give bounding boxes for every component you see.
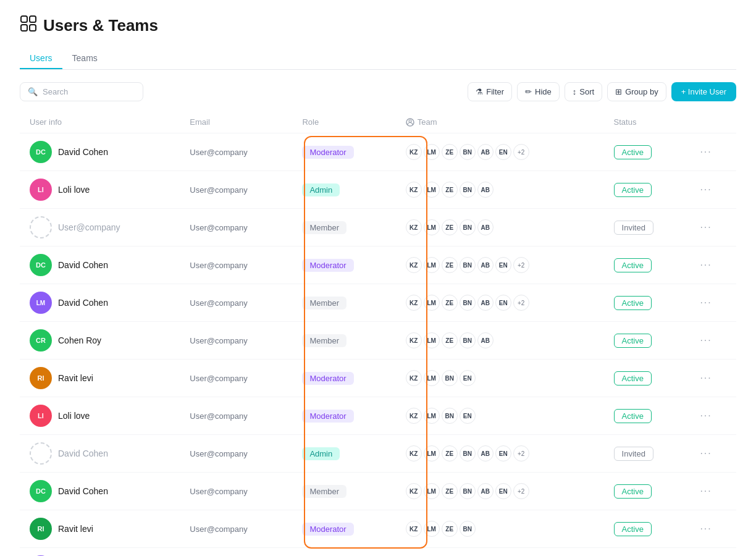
user-name: David Cohen bbox=[58, 298, 108, 308]
team-tag: ZE bbox=[442, 445, 458, 461]
team-more: +2 bbox=[513, 257, 529, 273]
search-box[interactable]: 🔍 Search bbox=[20, 82, 143, 101]
tabs-bar: Users Teams bbox=[20, 48, 736, 70]
user-status: Active bbox=[604, 322, 691, 360]
table-row: LlLoli loveUser@companyAdminKZLMZEBNABAc… bbox=[20, 171, 736, 209]
table-row: DCDavid CohenUser@companyModeratorKZLMZE… bbox=[20, 246, 736, 284]
row-actions[interactable]: ··· bbox=[690, 548, 736, 557]
col-header-actions bbox=[690, 111, 736, 133]
user-info-cell: DCDavid Cohen bbox=[20, 133, 180, 171]
hide-button[interactable]: ✏ Hide bbox=[517, 82, 560, 101]
row-actions[interactable]: ··· bbox=[690, 171, 736, 209]
filter-button[interactable]: ⚗ Filter bbox=[468, 82, 512, 101]
user-info-cell: LMDavid Cohen bbox=[20, 284, 180, 322]
team-tag: AB bbox=[477, 219, 494, 235]
user-name: David Cohen bbox=[58, 449, 108, 458]
team-tag: EN bbox=[495, 483, 511, 499]
tab-teams[interactable]: Teams bbox=[62, 48, 107, 69]
page-header: Users & Teams bbox=[20, 15, 736, 36]
svg-point-5 bbox=[409, 120, 411, 122]
team-tags: KZLMZEBNABEN+2 bbox=[406, 295, 594, 311]
row-actions[interactable]: ··· bbox=[690, 284, 736, 322]
user-name: Cohen Roy bbox=[58, 335, 101, 345]
user-status: Active bbox=[604, 133, 691, 171]
avatar bbox=[30, 216, 52, 238]
team-tags: KZLMZEBNABEN+2 bbox=[406, 144, 594, 160]
tab-users[interactable]: Users bbox=[20, 48, 62, 69]
svg-rect-0 bbox=[21, 16, 27, 22]
search-placeholder: Search bbox=[43, 87, 68, 96]
avatar bbox=[30, 442, 52, 465]
row-actions[interactable]: ··· bbox=[690, 510, 736, 548]
user-email: User@company bbox=[180, 548, 292, 557]
team-tag: BN bbox=[460, 521, 476, 537]
user-status: Active bbox=[604, 246, 691, 284]
avatar: CR bbox=[30, 329, 52, 352]
col-header-team: Team bbox=[396, 111, 604, 133]
invite-user-button[interactable]: + Invite User bbox=[671, 82, 736, 101]
col-header-user-info: User info bbox=[20, 111, 180, 133]
team-more: +2 bbox=[513, 295, 529, 311]
users-teams-icon bbox=[20, 15, 37, 36]
table-row: DCDavid CohenUser@companyMemberKZLMZEBNA… bbox=[20, 473, 736, 510]
user-teams: KZLMZEBNABEN+2 bbox=[396, 133, 604, 171]
team-tag: BN bbox=[460, 182, 476, 198]
avatar: Rl bbox=[30, 367, 52, 389]
group-by-button[interactable]: ⊞ Group by bbox=[607, 82, 666, 101]
avatar: LM bbox=[30, 292, 52, 314]
user-info-cell: CRCohen Roy bbox=[20, 322, 180, 360]
sort-button[interactable]: ↕ Sort bbox=[565, 82, 602, 101]
team-tags: KZLMZEBNAB bbox=[406, 219, 594, 235]
row-actions[interactable]: ··· bbox=[690, 435, 736, 473]
team-tag: LM bbox=[424, 521, 440, 537]
row-actions[interactable]: ··· bbox=[690, 360, 736, 397]
user-name: David Cohen bbox=[58, 486, 108, 496]
user-status: Active bbox=[604, 510, 691, 548]
team-tag: BN bbox=[460, 445, 476, 461]
team-tags: KZLMZEBNABEN+2 bbox=[406, 445, 594, 461]
user-role: Admin bbox=[292, 171, 395, 209]
user-role: Moderator bbox=[292, 510, 395, 548]
table-row: DCDavid CohenUser@companyModeratorKZLMZE… bbox=[20, 133, 736, 171]
table-header-row: User info Email Role Team Status bbox=[20, 111, 736, 133]
user-email: User@company bbox=[180, 171, 292, 209]
team-tag: LM bbox=[424, 483, 440, 499]
row-actions[interactable]: ··· bbox=[690, 473, 736, 510]
user-role: Admin bbox=[292, 435, 395, 473]
team-tag: LM bbox=[424, 182, 440, 198]
user-info-cell: RlRavit levi bbox=[20, 360, 180, 397]
row-actions[interactable]: ··· bbox=[690, 246, 736, 284]
svg-rect-2 bbox=[21, 25, 27, 31]
user-teams: KZLMZEBN bbox=[396, 548, 604, 557]
user-teams: KZLMZEBNABEN+2 bbox=[396, 473, 604, 510]
team-tag: AB bbox=[477, 182, 494, 198]
row-actions[interactable]: ··· bbox=[690, 322, 736, 360]
group-icon: ⊞ bbox=[615, 87, 622, 96]
user-role: Moderator bbox=[292, 133, 395, 171]
svg-rect-1 bbox=[30, 16, 36, 22]
row-actions[interactable]: ··· bbox=[690, 397, 736, 435]
page-title: Users & Teams bbox=[43, 16, 158, 35]
user-info-cell: User@company bbox=[20, 209, 180, 246]
user-teams: KZLMBNEN bbox=[396, 360, 604, 397]
table-row: LlLoli loveUser@companyModeratorKZLMBNEN… bbox=[20, 397, 736, 435]
team-tag: KZ bbox=[406, 521, 422, 537]
col-header-status: Status bbox=[604, 111, 691, 133]
table-row: RlRavit leviUser@companyModeratorKZLMZEB… bbox=[20, 510, 736, 548]
team-tag: LM bbox=[424, 445, 440, 461]
team-tag: BN bbox=[460, 295, 476, 311]
toolbar-right: ⚗ Filter ✏ Hide ↕ Sort ⊞ Group by + Invi… bbox=[468, 82, 736, 101]
user-name: Loli love bbox=[58, 185, 90, 195]
team-tag: ZE bbox=[442, 182, 458, 198]
team-tag: EN bbox=[495, 257, 511, 273]
team-tag: LM bbox=[424, 144, 440, 160]
user-teams: KZLMZEBNAB bbox=[396, 171, 604, 209]
team-more: +2 bbox=[513, 445, 529, 461]
row-actions[interactable]: ··· bbox=[690, 133, 736, 171]
team-tags: KZLMZEBN bbox=[406, 521, 594, 537]
team-tags: KZLMZEBNAB bbox=[406, 182, 594, 198]
table-row: User@companyUser@companyMemberKZLMZEBNAB… bbox=[20, 209, 736, 246]
team-tag: LM bbox=[424, 408, 440, 424]
row-actions[interactable]: ··· bbox=[690, 209, 736, 246]
team-tag: ZE bbox=[442, 219, 458, 235]
